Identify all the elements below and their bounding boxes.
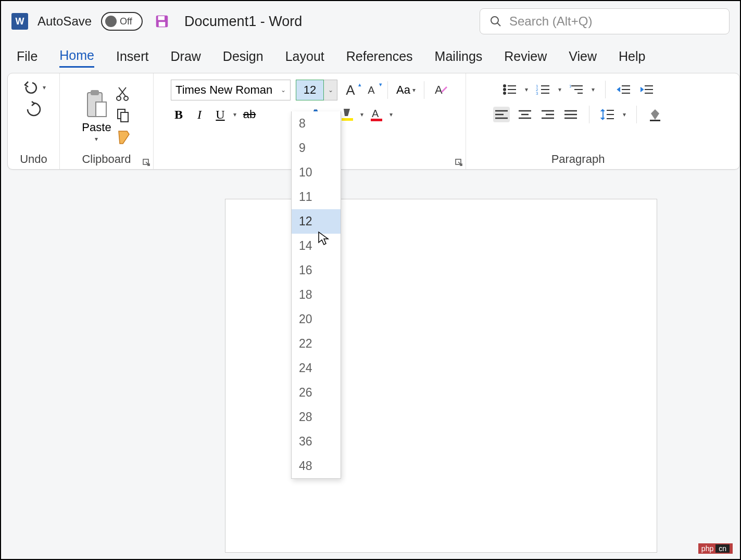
font-size-option[interactable]: 24 (292, 356, 341, 380)
save-icon[interactable] (154, 14, 170, 29)
tab-draw[interactable]: Draw (171, 46, 201, 67)
autosave-toggle[interactable]: Off (101, 12, 143, 31)
document-title: Document1 - Word (184, 14, 302, 30)
font-size-option[interactable]: 16 (292, 258, 341, 283)
font-size-dropdown-button[interactable]: ⌄ (324, 80, 337, 100)
ribbon-tabs: File Home Insert Draw Design Layout Refe… (1, 42, 740, 71)
align-right-icon[interactable] (540, 107, 556, 122)
font-size-option[interactable]: 12 (292, 209, 341, 234)
chevron-down-icon[interactable]: ▾ (623, 111, 626, 118)
format-painter-icon[interactable] (116, 129, 131, 146)
chevron-down-icon[interactable]: ▾ (558, 86, 561, 93)
word-app-icon: W (11, 13, 28, 30)
font-size-option[interactable]: 20 (292, 307, 341, 332)
font-size-input[interactable]: 12 (296, 80, 324, 100)
svg-line-22 (458, 162, 462, 166)
align-left-icon[interactable] (493, 107, 510, 122)
grow-font-icon[interactable]: A▴ (343, 82, 358, 98)
font-color-icon[interactable]: A (369, 107, 384, 122)
svg-rect-6 (91, 90, 99, 95)
font-size-option[interactable]: 18 (292, 283, 341, 307)
group-paragraph: ▾ 123▾ 1▾ ▾ Paragraph (466, 73, 690, 169)
font-size-option[interactable]: 26 (292, 380, 341, 405)
decrease-indent-icon[interactable] (616, 82, 632, 97)
chevron-down-icon[interactable]: ▾ (592, 86, 595, 93)
align-center-icon[interactable] (517, 107, 533, 122)
group-label-clipboard: Clipboard (82, 152, 131, 168)
change-case-label: Aa (396, 83, 410, 97)
chevron-down-icon[interactable]: ▾ (95, 135, 98, 143)
tab-review[interactable]: Review (504, 46, 547, 67)
separator (424, 81, 424, 99)
separator (589, 106, 589, 123)
font-size-option[interactable]: 14 (292, 234, 341, 258)
clear-formatting-icon[interactable]: A (433, 82, 448, 98)
bullets-icon[interactable] (502, 82, 518, 97)
font-size-option[interactable]: 48 (292, 454, 341, 478)
font-size-option[interactable]: 11 (292, 185, 341, 209)
search-input[interactable]: Search (Alt+Q) (480, 8, 730, 34)
paste-label: Paste (82, 121, 111, 134)
chevron-down-icon: ⌄ (328, 86, 333, 94)
underline-button[interactable]: U (212, 107, 228, 122)
tab-help[interactable]: Help (619, 46, 645, 67)
font-name-selector[interactable]: Times New Roman ⌄ (171, 80, 291, 100)
justify-icon[interactable] (563, 107, 579, 122)
line-spacing-icon[interactable] (600, 107, 616, 122)
copy-icon[interactable] (116, 107, 131, 123)
strikethrough-button[interactable]: ab (242, 107, 257, 122)
font-size-value: 12 (304, 83, 316, 97)
font-size-option[interactable]: 8 (292, 111, 341, 136)
bold-button[interactable]: B (171, 107, 186, 122)
chevron-down-icon[interactable]: ▾ (360, 111, 363, 118)
autosave-label: AutoSave (37, 14, 92, 29)
font-size-option[interactable]: 36 (292, 429, 341, 454)
tab-insert[interactable]: Insert (116, 46, 149, 67)
tab-references[interactable]: References (346, 46, 413, 67)
chevron-down-icon[interactable]: ▾ (390, 111, 393, 118)
svg-text:1: 1 (569, 84, 572, 88)
chevron-down-icon[interactable]: ▾ (233, 111, 236, 118)
tab-mailings[interactable]: Mailings (435, 46, 483, 67)
numbering-icon[interactable]: 123 (535, 82, 551, 97)
svg-point-3 (491, 17, 498, 24)
italic-button[interactable]: I (192, 107, 207, 122)
separator (636, 106, 637, 123)
tab-home[interactable]: Home (59, 45, 94, 68)
dialog-launcher-icon[interactable] (455, 159, 462, 166)
undo-button[interactable]: ▾ (22, 80, 46, 95)
shrink-font-icon[interactable]: A▾ (363, 82, 379, 98)
font-size-option[interactable]: 22 (292, 332, 341, 356)
svg-rect-20 (371, 119, 382, 121)
font-name-value: Times New Roman (175, 83, 272, 97)
chevron-down-icon[interactable]: ▾ (525, 86, 528, 93)
svg-point-11 (124, 96, 128, 100)
svg-point-25 (504, 88, 506, 91)
increase-indent-icon[interactable] (639, 82, 655, 97)
repeat-button[interactable] (25, 100, 43, 118)
svg-rect-1 (158, 16, 165, 20)
watermark-text-1: php (701, 544, 713, 553)
svg-point-27 (504, 92, 506, 94)
multilevel-list-icon[interactable]: 1 (569, 82, 584, 97)
document-page[interactable] (225, 199, 657, 553)
tab-file[interactable]: File (17, 46, 37, 67)
font-size-option[interactable]: 10 (292, 160, 341, 185)
svg-point-10 (117, 96, 121, 100)
cut-icon[interactable] (116, 85, 131, 101)
shading-icon[interactable] (647, 107, 663, 122)
autosave-state: Off (120, 16, 132, 27)
dialog-launcher-icon[interactable] (143, 159, 150, 166)
font-size-option[interactable]: 28 (292, 405, 341, 429)
search-icon (489, 15, 502, 28)
svg-line-15 (146, 162, 149, 166)
font-size-option[interactable]: 9 (292, 136, 341, 160)
highlight-icon[interactable] (340, 107, 355, 122)
tab-view[interactable]: View (569, 46, 597, 67)
svg-line-4 (497, 23, 500, 26)
tab-layout[interactable]: Layout (285, 46, 324, 67)
group-clipboard: Paste ▾ Clipboard (60, 73, 154, 169)
paste-icon[interactable] (83, 88, 109, 120)
change-case-button[interactable]: Aa▾ (396, 83, 416, 97)
tab-design[interactable]: Design (223, 46, 263, 67)
